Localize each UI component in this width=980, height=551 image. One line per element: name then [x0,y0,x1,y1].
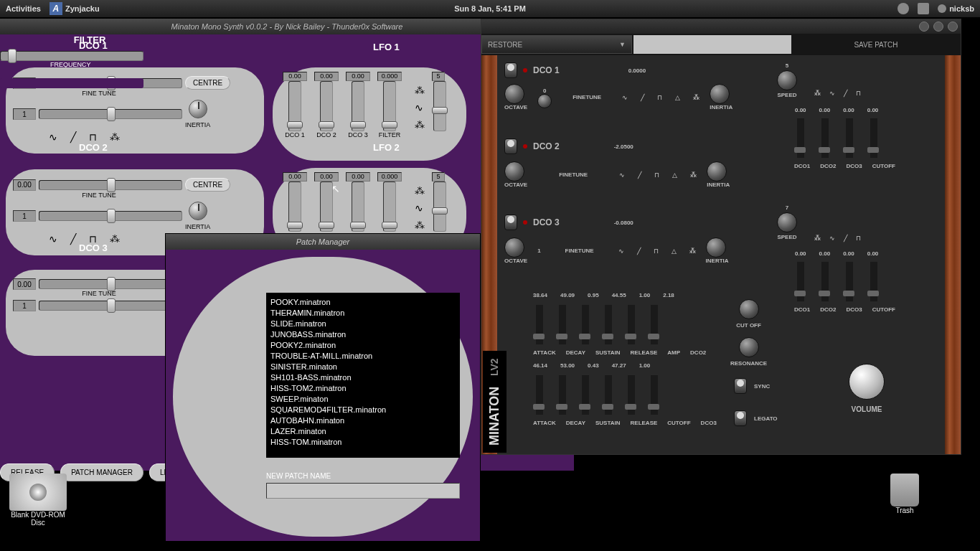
lfo2-filter-slider[interactable] [383,182,396,232]
dco1-waveforms[interactable]: ∿╱⊓⁂ [13,131,257,143]
env-slider[interactable] [559,305,566,344]
tri-icon[interactable]: △ [675,94,680,101]
patch-item[interactable]: SQUAREMOD4FILTER.minatron [270,405,456,415]
dco1-oct-small[interactable] [537,94,552,108]
sine-icon[interactable]: ∿ [49,233,57,245]
patchmgr-title[interactable]: Patch Manager [166,234,480,250]
patch-display[interactable] [633,35,791,54]
sine-icon[interactable]: ∿ [49,131,57,143]
user-menu[interactable]: nicksb [938,4,974,13]
resonance-knob[interactable] [739,337,759,357]
env-slider[interactable] [536,305,543,344]
patch-item[interactable]: HISS-TOM.minatron [270,437,456,448]
dco2-octave-slider[interactable] [39,211,182,221]
maximize-icon[interactable] [933,22,943,32]
env-slider[interactable] [582,305,589,344]
env-slider[interactable] [582,375,589,415]
dco2-octave[interactable]: 1 [13,210,36,222]
env-slider[interactable] [605,305,612,344]
env-slider[interactable] [559,375,566,415]
lfo1-waves[interactable]: ⁂∿⁂ [415,85,425,138]
lfo1-speed-slider[interactable] [433,81,446,131]
env-slider[interactable] [797,262,804,301]
patch-item[interactable]: LAZER.minaton [270,426,456,437]
lfo2-speed-knob[interactable] [777,212,797,232]
patch-item[interactable]: JUNOBASS.minatron [270,329,456,340]
env-slider[interactable] [870,118,877,158]
dco2-inertia-knob[interactable] [707,161,727,182]
lfo1-filter-slider[interactable] [383,81,396,131]
sine-icon[interactable]: ∿ [619,171,625,179]
filter-freq-slider[interactable] [0,51,143,61]
square-icon[interactable]: ⊓ [856,235,861,242]
lfo1-dco1-slider[interactable] [288,81,301,131]
close-icon[interactable] [948,22,958,32]
dco2-octave-knob[interactable] [504,161,524,182]
dco2-centre-button[interactable]: CENTRE [185,178,230,192]
activities-button[interactable]: Activities [6,4,41,13]
saw-icon[interactable]: ╱ [844,235,847,242]
saw-icon[interactable]: ╱ [70,131,76,143]
dco2-finetune-slider[interactable] [39,180,182,190]
dco3-octave-slider[interactable] [39,301,182,311]
noise-icon[interactable]: ⁂ [690,171,697,179]
patch-manager-button[interactable]: PATCH MANAGER [60,463,143,481]
dco3-octave-knob[interactable] [504,237,524,258]
square-icon[interactable]: ⊓ [654,248,659,255]
patch-item[interactable]: POOKY.minatron [270,297,456,308]
noise-icon[interactable]: ⁂ [693,94,699,101]
env-slider[interactable] [628,375,635,415]
dco1-octave-slider[interactable] [39,109,182,119]
lfo1-speed-knob[interactable] [777,70,797,90]
lfo2-waves[interactable]: ⁂∿⁂ [415,185,425,239]
patch-item[interactable]: SH101-BASS.minatron [270,372,456,383]
save-patch-button[interactable]: SAVE PATCH [791,41,961,49]
env-slider[interactable] [605,375,612,415]
volume-icon[interactable] [918,3,929,14]
patch-item[interactable]: AUTOBAHN.minaton [270,415,456,426]
minimize-icon[interactable] [919,22,929,32]
env-slider[interactable] [821,118,829,158]
dco3-octave[interactable]: 1 [13,300,36,311]
sine-icon[interactable]: ∿ [618,248,624,255]
dco1-inertia-knob[interactable] [710,84,730,104]
patch-list[interactable]: POOKY.minatronTHERAMIN.minatronSLIDE.min… [266,293,460,458]
lfo2-dco2-slider[interactable] [320,182,333,232]
env-slider[interactable] [651,375,658,415]
lfo2-dco1-slider[interactable] [288,182,301,232]
lfo2-dco3-slider[interactable] [352,182,364,232]
patch-item[interactable]: SINISTER.minaton [270,362,456,372]
env-slider[interactable] [628,305,635,344]
dco2-inertia-knob[interactable] [189,202,207,220]
tri-icon[interactable]: △ [672,248,677,255]
dco3-switch[interactable] [504,215,517,230]
dco3-inertia-knob[interactable] [706,237,726,258]
volume-knob[interactable] [849,364,885,400]
dco2-value[interactable]: 0.00 [13,179,36,191]
saw-icon[interactable]: ╱ [641,94,644,101]
saw-icon[interactable]: ╱ [844,90,847,97]
patch-item[interactable]: TROUBLE-AT-MILL.minatron [270,351,456,362]
dco1-centre-button[interactable]: CENTRE [185,76,230,90]
noise-icon[interactable]: ⁂ [689,248,696,255]
patch-item[interactable]: THERAMIN.minatron [270,308,456,319]
accessibility-icon[interactable] [897,3,909,14]
dvd-desktop-icon[interactable]: Blank DVD-ROM Disc [6,474,70,527]
env-slider[interactable] [870,262,877,301]
tri-icon[interactable]: △ [672,171,677,179]
window-titlebar[interactable] [481,19,961,34]
patch-item[interactable]: POOKY2.minatron [270,340,456,351]
trash-desktop-icon[interactable]: Trash [872,474,937,514]
dco1-inertia-knob[interactable] [189,100,207,118]
restore-dropdown[interactable]: RESTORE▼ [481,35,632,54]
lfo1-dco3-slider[interactable] [352,81,364,131]
dco1-octave-knob[interactable] [504,84,524,104]
square-icon[interactable]: ⊓ [89,131,97,143]
saw-icon[interactable]: ╱ [70,233,76,245]
sine-icon[interactable]: ∿ [829,235,835,242]
saw-icon[interactable]: ╱ [637,248,641,255]
patch-item[interactable]: SLIDE.minatron [270,319,456,329]
sine-icon[interactable]: ∿ [622,94,628,101]
dco1-octave[interactable]: 1 [13,108,36,120]
lfo1-dco2-slider[interactable] [320,81,333,131]
